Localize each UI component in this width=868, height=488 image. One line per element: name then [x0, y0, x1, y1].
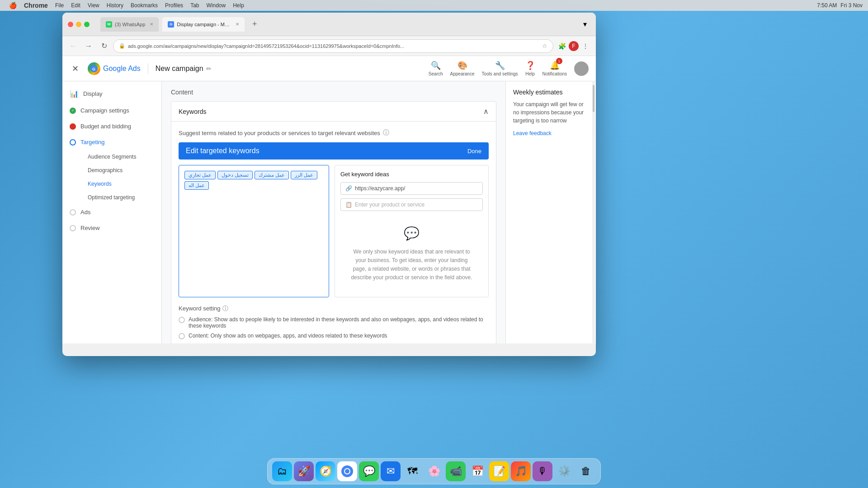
google-ads-logo: G Google Ads	[88, 62, 141, 75]
sidebar-item-campaign-settings[interactable]: ✓ Campaign settings	[62, 103, 161, 118]
dock-mail[interactable]: ✉	[381, 461, 401, 481]
tab-display-campaign[interactable]: G Display campaign - Main acc... ✕	[162, 17, 245, 32]
kw-chip-2[interactable]: عمل مشترك	[255, 171, 289, 179]
chrome-menu-button[interactable]: ⋮	[580, 40, 591, 52]
sidebar-sub-optimized-targeting[interactable]: Optimized targeting	[80, 191, 161, 204]
dock-music[interactable]: 🎵	[511, 461, 531, 481]
sidebar-item-ads[interactable]: Ads	[62, 204, 161, 220]
chrome-menu[interactable]: Chrome	[20, 2, 52, 9]
help-action[interactable]: ❓ Help	[525, 61, 535, 76]
dock-messages[interactable]: 💬	[359, 461, 379, 481]
reload-button[interactable]: ↻	[98, 40, 110, 52]
back-button[interactable]: ←	[67, 40, 80, 52]
url-value: https://eazycare.app/	[355, 185, 405, 192]
dock-chrome[interactable]	[337, 461, 357, 481]
user-avatar[interactable]	[574, 61, 589, 76]
chrome-window: W (3) WhatsApp ✕ G Display campaign - Ma…	[62, 13, 596, 356]
apple-menu[interactable]: 🍎	[5, 2, 20, 9]
google-ads-tab-icon: G	[168, 21, 174, 28]
url-input[interactable]: 🔗 https://eazycare.app/	[340, 182, 483, 195]
tab-menu[interactable]: Tab	[187, 2, 203, 9]
right-panel-scrollbar[interactable]	[592, 81, 595, 343]
tab-list-button[interactable]: ▾	[580, 19, 590, 30]
profile-icon[interactable]: F	[569, 41, 579, 51]
bookmarks-menu[interactable]: Bookmarks	[127, 2, 161, 9]
close-window-button[interactable]	[68, 22, 73, 27]
search-action[interactable]: 🔍 Search	[429, 61, 443, 76]
keywords-input-panel[interactable]: عمل تجاري تسجيل دخول عمل مشترك عمل الزر …	[179, 165, 329, 297]
tab-display-label: Display campaign - Main acc...	[177, 22, 231, 27]
ssl-lock-icon: 🔒	[119, 43, 125, 49]
keyword-setting-section: Keyword setting ⓘ Audience: Show ads to …	[179, 305, 489, 339]
done-button[interactable]: Done	[467, 148, 481, 155]
dock-photos[interactable]: 🌸	[424, 461, 444, 481]
minimize-window-button[interactable]	[76, 22, 81, 27]
sidebar-sub-audience-segments[interactable]: Audience Segments	[80, 150, 161, 164]
sidebar-sub-demographics[interactable]: Demographics	[80, 164, 161, 177]
keywords-ideas-panel: Get keyword ideas 🔗 https://eazycare.app…	[335, 165, 489, 297]
keyword-setting-help-icon[interactable]: ⓘ	[222, 305, 228, 313]
dock-podcasts[interactable]: 🎙	[533, 461, 552, 481]
dock-trash[interactable]: 🗑	[576, 461, 596, 481]
kw-chip-1[interactable]: تسجيل دخول	[217, 171, 253, 179]
campaign-title-text: New campaign	[156, 65, 203, 73]
campaign-settings-status: ✓	[70, 108, 76, 114]
bookmark-icon[interactable]: ☆	[542, 42, 547, 49]
leave-feedback-link[interactable]: Leave feedback	[513, 130, 589, 136]
sidebar-item-review[interactable]: Review	[62, 220, 161, 236]
view-menu[interactable]: View	[84, 2, 103, 9]
product-input[interactable]: 📋 Enter your product or service	[340, 198, 483, 211]
sidebar-review-label: Review	[80, 225, 100, 231]
profiles-menu[interactable]: Profiles	[161, 2, 187, 9]
dock-launchpad[interactable]: 🚀	[294, 461, 314, 481]
edit-campaign-title-icon[interactable]: ✏	[206, 65, 212, 72]
new-tab-button[interactable]: +	[248, 18, 261, 31]
history-menu[interactable]: History	[103, 2, 127, 9]
file-menu[interactable]: File	[52, 2, 67, 9]
keywords-collapse-button[interactable]: ∧	[483, 107, 489, 116]
sidebar-item-budget-bidding[interactable]: Budget and bidding	[62, 118, 161, 134]
tab-display-close[interactable]: ✕	[236, 22, 239, 27]
address-bar[interactable]: 🔒 ads.google.com/aw/campaigns/new/displa…	[113, 39, 553, 53]
menubar-right: 7:50 AM Fri 3 Nov	[817, 2, 863, 9]
sidebar-item-display[interactable]: 📊 Display	[62, 85, 161, 103]
dock-maps[interactable]: 🗺	[402, 461, 422, 481]
dock-system-preferences[interactable]: ⚙️	[554, 461, 574, 481]
forward-button[interactable]: →	[82, 40, 95, 52]
kw-chip-0[interactable]: عمل تجاري	[184, 171, 216, 179]
header-divider	[148, 63, 148, 74]
content-radio[interactable]	[179, 333, 185, 339]
ideas-empty-state: 💬 We only show keyword ideas that are re…	[340, 215, 483, 291]
tools-action[interactable]: 🔧 Tools and settings	[481, 61, 518, 76]
dock-calendar[interactable]: 📅	[467, 461, 487, 481]
tab-whatsapp[interactable]: W (3) WhatsApp ✕	[100, 17, 159, 32]
extensions-icon[interactable]: 🧩	[556, 40, 568, 52]
appearance-action[interactable]: 🎨 Appearance	[450, 61, 475, 76]
budget-bidding-status	[70, 123, 76, 130]
audience-radio-option[interactable]: Audience: Show ads to people likely to b…	[179, 316, 489, 329]
help-menu[interactable]: Help	[229, 2, 248, 9]
window-menu[interactable]: Window	[203, 2, 229, 9]
sidebar-item-targeting[interactable]: Targeting	[62, 134, 161, 150]
dock-notes[interactable]: 📝	[489, 461, 509, 481]
main-content-area: Content Keywords ∧ Suggest terms related…	[162, 81, 505, 343]
kw-chip-4[interactable]: عمل اله	[184, 181, 209, 190]
content-section-header: Content	[171, 89, 496, 96]
audience-radio[interactable]	[179, 317, 185, 323]
search-label: Search	[429, 71, 443, 76]
tab-whatsapp-close[interactable]: ✕	[150, 22, 153, 27]
campaign-title: New campaign ✏	[156, 65, 212, 73]
content-radio-option[interactable]: Content: Only show ads on webpages, apps…	[179, 333, 489, 339]
dock-finder[interactable]: 🗂	[272, 461, 292, 481]
google-ads-logo-text: Google Ads	[103, 65, 141, 73]
notifications-action[interactable]: 🔔 1 Notifications	[542, 61, 567, 76]
sidebar-sub-keywords[interactable]: Keywords	[80, 177, 161, 191]
sidebar-display-label: Display	[83, 90, 103, 97]
keywords-hint-icon[interactable]: ⓘ	[383, 129, 389, 137]
kw-chip-3[interactable]: عمل الزر	[291, 171, 317, 179]
close-campaign-button[interactable]: ✕	[70, 63, 80, 74]
maximize-window-button[interactable]	[84, 22, 90, 27]
edit-menu[interactable]: Edit	[67, 2, 84, 9]
dock-safari[interactable]: 🧭	[316, 461, 335, 481]
dock-facetime[interactable]: 📹	[446, 461, 466, 481]
